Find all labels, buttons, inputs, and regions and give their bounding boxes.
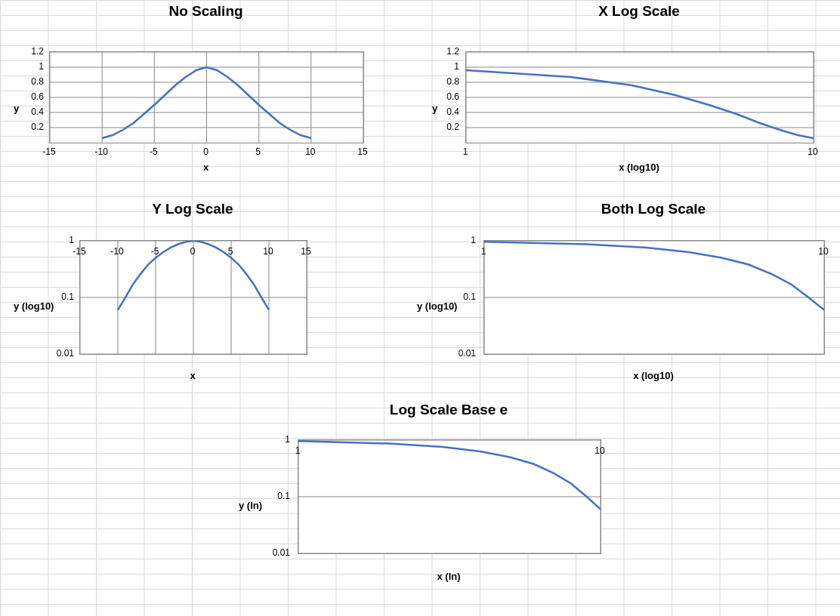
ytick: 0.6 bbox=[15, 91, 44, 102]
chart-xlabel-4: x (ln) bbox=[298, 571, 600, 582]
ytick: 1 bbox=[15, 61, 44, 72]
xtick: -5 bbox=[151, 246, 159, 257]
chart-plot-4 bbox=[298, 439, 601, 554]
chart-xlabel-3: x (log10) bbox=[483, 370, 823, 381]
ytick: 1 bbox=[431, 61, 459, 72]
chart-title-0: No Scaling bbox=[49, 3, 363, 20]
chart-title-1: X Log Scale bbox=[465, 3, 813, 20]
ytick: 0.01 bbox=[261, 547, 290, 558]
xtick: -10 bbox=[94, 146, 107, 157]
chart-series-4 bbox=[298, 441, 601, 509]
ytick: 0.8 bbox=[431, 76, 459, 87]
xtick: -15 bbox=[42, 146, 55, 157]
chart-plot-0 bbox=[49, 51, 364, 143]
chart-plot-3 bbox=[483, 240, 825, 355]
ytick: 0.1 bbox=[447, 291, 476, 302]
ytick: 0.2 bbox=[431, 122, 459, 132]
chart-xlabel-0: x bbox=[49, 162, 363, 173]
chart-xlabel-2: x bbox=[79, 370, 306, 381]
chart-xlabel-1: x (log10) bbox=[465, 162, 813, 173]
chart-series-3 bbox=[484, 242, 824, 310]
xtick: 5 bbox=[255, 146, 261, 157]
xtick: 5 bbox=[228, 246, 233, 257]
xtick: 10 bbox=[305, 146, 315, 157]
chart-ylabel-2: y (log10) bbox=[14, 300, 54, 312]
xtick: -10 bbox=[110, 246, 123, 257]
ytick: 0.4 bbox=[431, 106, 459, 117]
chart-ylabel-3: y (log10) bbox=[417, 300, 457, 312]
ytick: 1 bbox=[447, 235, 476, 245]
xtick: -5 bbox=[150, 146, 158, 157]
ytick: 1 bbox=[261, 434, 290, 445]
xtick: 1 bbox=[481, 246, 486, 257]
ytick: 0.6 bbox=[431, 91, 459, 102]
ytick: 0.1 bbox=[45, 291, 74, 302]
ytick: 1.2 bbox=[431, 46, 459, 57]
xtick: 1 bbox=[463, 146, 468, 157]
xtick: 10 bbox=[594, 445, 604, 456]
ytick: 0.2 bbox=[15, 122, 44, 132]
xtick: 10 bbox=[818, 246, 828, 257]
chart-plot-1 bbox=[465, 51, 814, 143]
chart-plot-2 bbox=[79, 240, 307, 355]
ytick: 1.2 bbox=[15, 46, 44, 57]
xtick: 10 bbox=[263, 246, 273, 257]
xtick: 1 bbox=[295, 445, 301, 456]
xtick: 10 bbox=[808, 146, 817, 157]
xtick: 15 bbox=[301, 246, 310, 257]
chart-title-3: Both Log Scale bbox=[483, 201, 823, 217]
chart-ylabel-4: y (ln) bbox=[239, 500, 262, 511]
ytick: 0.01 bbox=[45, 348, 74, 359]
chart-title-2: Y Log Scale bbox=[79, 201, 306, 217]
xtick: 0 bbox=[203, 146, 208, 157]
ytick: 0.8 bbox=[15, 76, 44, 87]
xtick: -15 bbox=[73, 246, 85, 257]
xtick: 15 bbox=[357, 146, 367, 157]
ytick: 0.01 bbox=[447, 348, 476, 359]
ytick: 1 bbox=[45, 235, 74, 245]
xtick: 0 bbox=[190, 246, 196, 257]
ytick: 0.1 bbox=[261, 491, 290, 501]
chart-title-4: Log Scale Base e bbox=[298, 402, 600, 418]
ytick: 0.4 bbox=[15, 106, 44, 117]
